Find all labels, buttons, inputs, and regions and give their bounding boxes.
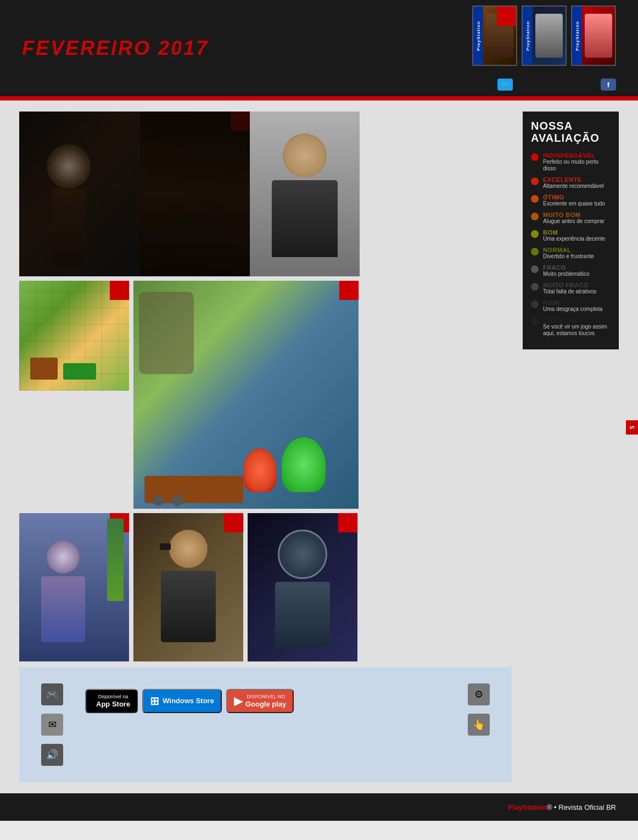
rating-item: Dilestina Se você vir um jogo assim aqui…	[531, 317, 611, 337]
google-play-button[interactable]: ▶ DISPONÍVEL NO Google play	[226, 689, 294, 713]
info-icon-row-r1: ⚙	[468, 683, 490, 705]
rating-dot	[531, 318, 539, 326]
audio-icon: 🔊	[41, 744, 63, 766]
rating-desc: Uma desgraça completa	[543, 306, 611, 313]
info-icon-row-1: 🎮	[41, 683, 63, 705]
info-center: Disponível na App Store ⊞ Windows Store …	[85, 683, 446, 713]
scifi-game-image[interactable]	[248, 513, 357, 661]
top-images-row	[19, 112, 512, 276]
rating-item: Muito Fraco Total falta de atrativos	[531, 282, 611, 295]
rating-item: Ruim Uma desgraça completa	[531, 299, 611, 313]
rating-dot	[531, 265, 539, 273]
footer-brand: PlayStation	[508, 803, 547, 811]
fighting-game-image[interactable]	[19, 513, 129, 661]
games-grid	[19, 281, 512, 509]
windows-icon: ⊞	[150, 694, 159, 708]
rating-desc: Se você vir um jogo assim aqui, estamos …	[543, 324, 611, 337]
rating-name: Muito Bom	[543, 212, 611, 218]
rating-name: Muito Fraco	[543, 282, 611, 288]
info-icons-left: 🎮 ✉ 🔊	[41, 683, 63, 766]
page-title: FEVEREIRO 2017	[22, 37, 209, 60]
rating-dot	[531, 195, 539, 203]
horror-game-image[interactable]	[19, 112, 250, 276]
mafia-game-image[interactable]	[133, 513, 243, 661]
rating-desc: Divertido e frustrante	[543, 253, 611, 260]
yooka-laylee-image[interactable]	[133, 281, 359, 509]
rating-item: Indispensável Perfeito ou muito perto di…	[531, 152, 611, 172]
rating-item: Ótimo Excelente em quase tudo	[531, 194, 611, 207]
side-tab[interactable]: 5	[626, 420, 638, 435]
rating-name: Bom	[543, 229, 611, 236]
magazine-cover-2[interactable]: PlayStation	[522, 5, 567, 66]
rating-name: Normal	[543, 247, 611, 253]
rating-desc: Uma experiência decente	[543, 236, 611, 242]
rating-desc: Excelente em quase tudo	[543, 201, 611, 207]
rating-dot	[531, 213, 539, 220]
info-icon-row-3: 🔊	[41, 744, 63, 766]
rating-desc: Alugue antes de comprar	[543, 218, 611, 225]
rating-dot	[531, 153, 539, 161]
rating-name: Indispensável	[543, 152, 611, 159]
info-icons-right: ⚙ 👆	[468, 683, 490, 736]
rating-item: Fraco Muito problemático	[531, 264, 611, 277]
footer-suffix: ® • Revista Oficial BR	[547, 803, 616, 811]
rating-dot	[531, 177, 539, 185]
header: FEVEREIRO 2017 PlayStation PlayStation P…	[0, 0, 638, 96]
magazine-cover-3[interactable]: PlayStation	[571, 5, 616, 66]
stardew-image[interactable]	[19, 281, 129, 391]
content-area: 🎮 ✉ 🔊 Disponível na App Store	[19, 112, 512, 782]
info-box: 🎮 ✉ 🔊 Disponível na App Store	[19, 667, 512, 782]
windows-store-button[interactable]: ⊞ Windows Store	[142, 689, 222, 713]
avaliacao-title: NOSSA AVALIAÇÃO	[531, 120, 611, 144]
rating-desc: Total falta de atrativos	[543, 288, 611, 295]
social-icons: 🐦 f	[497, 79, 616, 91]
rating-name: Fraco	[543, 264, 611, 271]
rating-name: Excelente	[543, 176, 611, 183]
app-store-buttons: Disponível na App Store ⊞ Windows Store …	[85, 689, 446, 713]
rating-dot	[531, 230, 539, 238]
sidebar: NOSSA AVALIAÇÃO Indispensável Perfeito o…	[523, 112, 619, 782]
cursor-icon: 👆	[468, 714, 490, 736]
appstore-button[interactable]: Disponível na App Store	[85, 689, 138, 713]
magazine-cover-1[interactable]: PlayStation	[472, 5, 517, 66]
info-icon-row-r2: 👆	[468, 714, 490, 736]
rating-item: Excelente Altamente recomendável	[531, 176, 611, 190]
twitter-icon[interactable]: 🐦	[497, 79, 513, 91]
rating-desc: Perfeito ou muito perto disso	[543, 159, 611, 172]
mail-icon: ✉	[41, 714, 63, 736]
rating-name: Ótimo	[543, 194, 611, 201]
magazine-covers: PlayStation PlayStation PlayStation	[472, 5, 616, 66]
rating-item: Bom Uma experiência decente	[531, 229, 611, 242]
rating-desc: Muito problemático	[543, 271, 611, 277]
ratings-list: Indispensável Perfeito ou muito perto di…	[531, 152, 611, 337]
facebook-icon[interactable]: f	[601, 79, 616, 91]
rating-item: Normal Divertido e frustrante	[531, 247, 611, 260]
rating-name: Dilestina	[543, 317, 611, 324]
avaliacao-box: NOSSA AVALIAÇÃO Indispensável Perfeito o…	[523, 112, 619, 349]
info-icon-row-2: ✉	[41, 714, 63, 736]
google-play-icon: ▶	[234, 694, 242, 708]
main-content: 🎮 ✉ 🔊 Disponível na App Store	[0, 101, 638, 793]
rating-dot	[531, 248, 539, 255]
portrait-image[interactable]	[250, 112, 360, 276]
rating-name: Ruim	[543, 299, 611, 306]
settings-icon: ⚙	[468, 683, 490, 705]
rating-dot	[531, 283, 539, 291]
red-divider	[0, 96, 638, 101]
rating-desc: Altamente recomendável	[543, 183, 611, 190]
bottom-games-row	[19, 513, 512, 661]
footer-text: PlayStation® • Revista Oficial BR	[508, 803, 616, 811]
gamepad-icon: 🎮	[41, 683, 63, 705]
footer: PlayStation® • Revista Oficial BR	[0, 793, 638, 821]
rating-item: Muito Bom Alugue antes de comprar	[531, 212, 611, 225]
rating-dot	[531, 301, 539, 308]
